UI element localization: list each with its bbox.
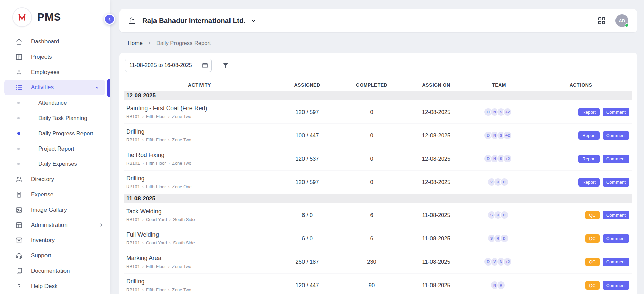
primary-action-button[interactable]: QC	[585, 211, 600, 219]
sidebar-top-items: Dashboard Projects Employees	[0, 34, 110, 80]
primary-action-button[interactable]: Report	[578, 155, 600, 163]
sidebar-item[interactable]: Administration	[0, 217, 110, 233]
activities-submenu: Attendance Daily Task Planning Daily Pro…	[0, 95, 110, 172]
filter-icon[interactable]	[222, 62, 229, 69]
activity-name: Drilling	[126, 278, 272, 285]
sidebar-subitem[interactable]: Project Report	[0, 141, 110, 156]
team-avatars: DNS +2	[468, 131, 530, 140]
sidebar-item[interactable]: Employees	[0, 64, 110, 80]
location-crumb: RB101	[126, 184, 140, 189]
activity-cell: Drilling RB101Fifth FloorZone One	[124, 172, 275, 192]
column-header: ACTIONS	[530, 82, 632, 88]
completed-value: 0	[339, 179, 404, 185]
completed-value: 90	[339, 282, 404, 289]
location-crumb: Fifth Floor	[140, 264, 166, 269]
activity-name: Drilling	[126, 175, 272, 182]
sidebar-item[interactable]: Help Desk	[0, 278, 110, 294]
sidebar-subitem[interactable]: Daily Task Planning	[0, 111, 110, 126]
sidebar-subitem[interactable]: Daily Progress Report	[0, 126, 110, 141]
user-avatar[interactable]: AD	[615, 14, 628, 27]
bullet-dot-icon	[17, 148, 20, 150]
actions-cell: QC Comment	[530, 258, 632, 266]
documentation-icon	[15, 267, 23, 275]
sidebar-item[interactable]: Projects	[0, 49, 110, 64]
primary-action-button[interactable]: QC	[585, 281, 600, 290]
date-range-input[interactable]: 11-08-2025 to 16-08-2025	[125, 59, 212, 72]
sidebar-item[interactable]: Support	[0, 248, 110, 263]
actions-cell: QC Comment	[530, 281, 632, 290]
date-group-header: 11-08-2025	[124, 194, 632, 203]
activity-row: Marking Area RB101Fifth FloorZone Two 25…	[124, 250, 632, 274]
activity-name: Tie Rod Fixing	[126, 152, 272, 159]
activity-row: Drilling RB101Fifth FloorZone Two 100 / …	[124, 124, 632, 147]
team-avatars: SRD	[468, 234, 530, 243]
team-avatars: VRD	[468, 178, 530, 187]
activity-row: Drilling RB101Fifth FloorZone One 120 / …	[124, 171, 632, 194]
more-members-chip[interactable]: +2	[503, 107, 512, 116]
sidebar-item-activities[interactable]: Activities	[4, 80, 105, 95]
sidebar-item[interactable]: Directory	[0, 172, 110, 187]
location-crumb: Fifth Floor	[140, 184, 166, 189]
column-header: ACTIVITY	[124, 82, 275, 88]
sidebar-collapse-button[interactable]	[104, 14, 115, 25]
location-crumb: Court Yard	[140, 240, 167, 246]
completed-value: 0	[339, 109, 404, 115]
sidebar-subitem[interactable]: Attendance	[0, 95, 110, 111]
member-avatar[interactable]: R	[497, 281, 505, 290]
sidebar-item[interactable]: Expense	[0, 187, 110, 202]
assign-on-date: 11-08-2025	[404, 282, 468, 289]
chevron-down-icon[interactable]	[251, 18, 256, 24]
comment-button[interactable]: Comment	[603, 178, 629, 187]
comment-button[interactable]: Comment	[603, 155, 629, 163]
comment-button[interactable]: Comment	[603, 234, 629, 243]
primary-action-button[interactable]: Report	[578, 131, 600, 140]
column-header: ASSIGNED	[275, 82, 339, 88]
apps-grid-icon[interactable]	[597, 16, 606, 25]
assign-on-date: 12-08-2025	[404, 132, 468, 139]
breadcrumb-home[interactable]: Home	[128, 40, 143, 46]
primary-action-button[interactable]: Report	[578, 178, 600, 187]
more-members-chip[interactable]: +2	[503, 154, 512, 163]
completed-value: 0	[339, 132, 404, 139]
column-header: COMPLETED	[339, 82, 404, 88]
assign-on-date: 11-08-2025	[404, 235, 468, 242]
sidebar-item[interactable]: Inventory	[0, 233, 110, 248]
primary-action-button[interactable]: Report	[578, 108, 600, 116]
home-icon	[15, 38, 23, 45]
member-avatar[interactable]: D	[500, 178, 509, 187]
location-crumb: RB101	[126, 217, 140, 222]
location-crumb: Fifth Floor	[140, 114, 166, 119]
chevron-left-icon	[107, 17, 112, 22]
completed-value: 6	[339, 212, 404, 218]
location-crumb: Fifth Floor	[140, 137, 166, 142]
activity-location-path: RB101Fifth FloorZone Two	[126, 287, 272, 292]
comment-button[interactable]: Comment	[603, 108, 629, 116]
member-avatar[interactable]: D	[500, 234, 509, 243]
comment-button[interactable]: Comment	[603, 211, 629, 219]
activity-cell: Full Welding RB101Court YardSouth Side	[124, 228, 275, 249]
primary-action-button[interactable]: QC	[585, 258, 600, 266]
activity-name: Marking Area	[126, 255, 272, 262]
more-members-chip[interactable]: +2	[503, 131, 512, 140]
comment-button[interactable]: Comment	[603, 131, 629, 140]
more-members-chip[interactable]: +2	[503, 257, 512, 266]
sidebar-item[interactable]: Documentation	[0, 263, 110, 278]
group-date-label: 12-08-2025	[126, 92, 156, 99]
sidebar-item[interactable]: Image Gallary	[0, 202, 110, 217]
comment-button[interactable]: Comment	[603, 281, 629, 290]
group-rows: Tack Welding RB101Court YardSouth Side 6…	[124, 203, 632, 294]
comment-button[interactable]: Comment	[603, 258, 629, 266]
logo-m-icon	[16, 11, 28, 23]
location-crumb: Fifth Floor	[140, 287, 166, 292]
primary-action-button[interactable]: QC	[585, 234, 600, 243]
sidebar-item[interactable]: Dashboard	[0, 34, 110, 49]
member-avatar[interactable]: D	[500, 211, 509, 219]
activity-cell: Tie Rod Fixing RB101Fifth FloorZone Two	[124, 149, 275, 169]
activity-location-path: RB101Fifth FloorZone One	[126, 184, 272, 189]
location-crumb: RB101	[126, 240, 140, 246]
pms-logo[interactable]	[12, 7, 32, 27]
company-name[interactable]: Raja Bahadur International Ltd.	[142, 17, 245, 25]
sidebar-subitem[interactable]: Daily Expenses	[0, 156, 110, 172]
bullet-dot-icon	[17, 163, 20, 165]
activity-row: Tie Rod Fixing RB101Fifth FloorZone Two …	[124, 147, 632, 171]
